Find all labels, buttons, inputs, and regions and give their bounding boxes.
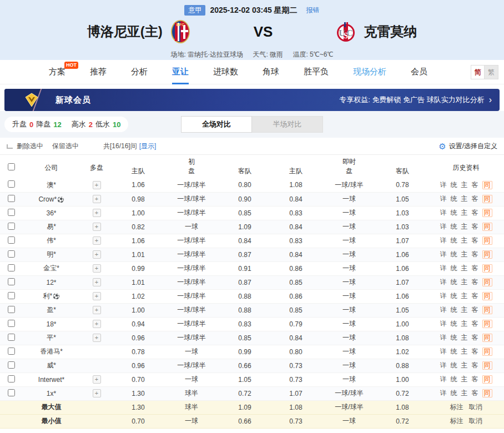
history-link-home[interactable]: 主 [461,333,468,343]
history-link-stats[interactable]: 统 [451,208,457,218]
history-link-detail[interactable]: 详 [440,194,447,204]
multi-odds-expand-button[interactable]: + [93,209,101,217]
history-link-same[interactable]: 同 [482,361,492,370]
history-link-stats[interactable]: 统 [451,375,457,384]
history-link-stats[interactable]: 统 [451,236,457,245]
cancel-button[interactable]: 取消 [469,402,482,412]
row-checkbox[interactable] [8,195,15,202]
report-error-link[interactable]: 报错 [306,6,320,15]
history-link-home[interactable]: 主 [461,389,468,398]
history-link-home[interactable]: 主 [461,278,468,287]
history-link-away[interactable]: 客 [472,264,478,273]
settings-customize-button[interactable]: ⚙ 设置/选择自定义 [439,142,497,151]
tab-live-analysis[interactable]: 现场分析 [353,60,386,84]
row-checkbox[interactable] [8,292,15,299]
delete-selected-button[interactable]: 删除选中 [17,142,43,151]
row-checkbox[interactable] [8,250,15,258]
row-checkbox[interactable] [8,180,15,188]
row-checkbox[interactable] [8,223,15,230]
history-link-same[interactable]: 同 [482,375,492,384]
history-link-same[interactable]: 同 [482,292,492,300]
history-link-same[interactable]: 同 [482,389,492,397]
history-link-same[interactable]: 同 [482,195,492,203]
history-link-away[interactable]: 客 [472,319,478,329]
history-link-home[interactable]: 主 [461,291,468,301]
history-link-away[interactable]: 客 [472,389,478,398]
history-link-same[interactable]: 同 [482,306,492,314]
history-link-home[interactable]: 主 [461,264,468,273]
history-link-away[interactable]: 客 [472,347,478,356]
multi-odds-expand-button[interactable]: + [93,278,101,286]
tab-membership[interactable]: 会员 [411,60,427,84]
multi-odds-expand-button[interactable]: + [93,334,101,342]
history-link-away[interactable]: 客 [472,180,478,190]
history-link-home[interactable]: 主 [461,361,468,370]
multi-odds-expand-button[interactable]: + [93,306,101,314]
tab-1x2[interactable]: 胜平负 [304,60,329,84]
history-link-home[interactable]: 主 [461,236,468,245]
history-link-detail[interactable]: 详 [440,264,447,273]
multi-odds-expand-button[interactable]: + [93,250,101,259]
history-link-home[interactable]: 主 [461,208,468,218]
history-link-same[interactable]: 同 [482,181,492,189]
row-checkbox[interactable] [8,306,15,313]
history-link-stats[interactable]: 统 [451,361,457,370]
tab-corners[interactable]: 角球 [263,60,279,84]
history-link-away[interactable]: 客 [472,250,478,259]
history-link-same[interactable]: 同 [482,250,492,259]
history-link-detail[interactable]: 详 [440,347,447,356]
mark-button[interactable]: 标注 [450,416,463,426]
history-link-detail[interactable]: 详 [440,389,447,398]
history-link-detail[interactable]: 详 [440,305,447,315]
lang-simplified-button[interactable]: 简 [471,65,485,79]
history-link-same[interactable]: 同 [482,209,492,217]
history-link-home[interactable]: 主 [461,319,468,329]
keep-selected-button[interactable]: 保留选中 [52,142,79,151]
select-all-checkbox[interactable] [8,163,15,170]
multi-odds-expand-button[interactable]: + [93,181,101,189]
history-link-same[interactable]: 同 [482,278,492,286]
history-link-detail[interactable]: 详 [440,291,447,301]
multi-odds-expand-button[interactable]: + [93,264,101,273]
history-link-away[interactable]: 客 [472,361,478,370]
history-link-detail[interactable]: 详 [440,333,447,343]
mark-button[interactable]: 标注 [450,402,463,412]
history-link-away[interactable]: 客 [472,236,478,245]
history-link-detail[interactable]: 详 [440,278,447,287]
history-link-stats[interactable]: 统 [451,222,457,231]
history-link-away[interactable]: 客 [472,333,478,343]
history-link-detail[interactable]: 详 [440,375,447,384]
history-link-detail[interactable]: 详 [440,222,447,231]
history-link-same[interactable]: 同 [482,236,492,245]
history-link-detail[interactable]: 详 [440,250,447,259]
row-checkbox[interactable] [8,320,15,327]
vip-banner[interactable]: 新球会员 专享权益: 免费解锁 免广告 球队实力对比分析 › [4,89,500,111]
history-link-stats[interactable]: 统 [451,333,457,343]
multi-odds-expand-button[interactable]: + [93,389,101,397]
history-link-same[interactable]: 同 [482,223,492,231]
history-link-stats[interactable]: 统 [451,194,457,204]
cancel-button[interactable]: 取消 [469,416,482,426]
tab-analysis[interactable]: 分析 [131,60,148,84]
history-link-stats[interactable]: 统 [451,250,457,259]
history-link-stats[interactable]: 统 [451,319,457,329]
multi-odds-expand-button[interactable]: + [93,292,101,300]
row-checkbox[interactable] [8,361,15,369]
history-link-same[interactable]: 同 [482,334,492,342]
history-link-away[interactable]: 客 [472,291,478,301]
row-checkbox[interactable] [8,389,15,396]
history-link-detail[interactable]: 详 [440,361,447,370]
row-checkbox[interactable] [8,348,15,355]
history-link-stats[interactable]: 统 [451,180,457,190]
row-checkbox[interactable] [8,334,15,341]
history-link-detail[interactable]: 详 [440,319,447,329]
history-link-home[interactable]: 主 [461,305,468,315]
league-badge[interactable]: 意甲 [184,5,205,16]
multi-odds-expand-button[interactable]: + [93,195,101,203]
history-link-away[interactable]: 客 [472,278,478,287]
history-link-home[interactable]: 主 [461,180,468,190]
history-link-detail[interactable]: 详 [440,180,447,190]
tab-halftime-compare[interactable]: 半场对比 [252,116,323,133]
history-link-same[interactable]: 同 [482,348,492,356]
tab-recommend[interactable]: 推荐 [90,60,107,84]
